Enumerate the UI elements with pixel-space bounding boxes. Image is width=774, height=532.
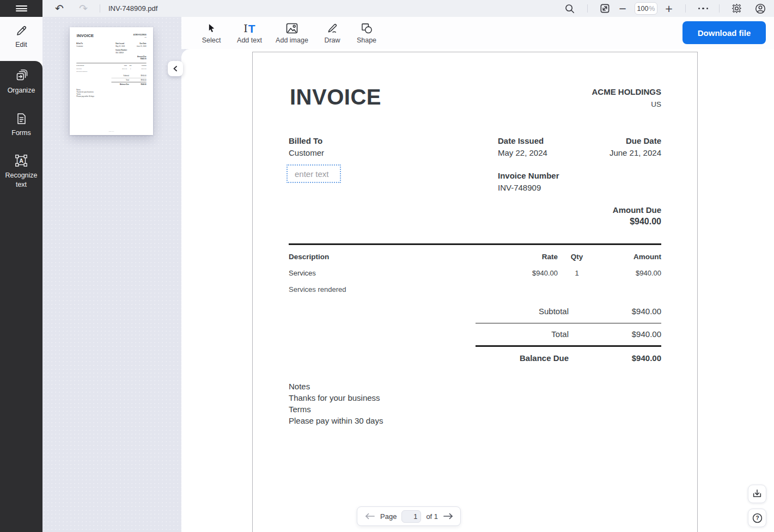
more-options-button[interactable] <box>695 0 711 17</box>
table-row: Services $940.00 1 $940.00 <box>289 269 661 277</box>
help-button[interactable]: ? <box>748 509 766 527</box>
add-text-icon: IT <box>243 22 255 34</box>
balance-due-value: $940.00 <box>136 83 147 85</box>
due-date-label: Due Date <box>626 136 661 145</box>
settings-button[interactable] <box>729 0 744 17</box>
zoom-in-button[interactable]: + <box>662 0 675 17</box>
subtotal-value: $940.00 <box>136 75 147 76</box>
account-button[interactable] <box>753 0 768 17</box>
invoice-title: INVOICE <box>290 85 381 109</box>
minus-icon: − <box>618 3 626 14</box>
amount-due-label: Amount Due <box>137 56 147 58</box>
subtotal-label: Subtotal <box>476 307 607 316</box>
total-value: $940.00 <box>607 329 661 339</box>
tool-add-image[interactable]: Add image <box>269 19 315 47</box>
subtotal-label: Subtotal <box>112 75 136 76</box>
divider <box>719 4 720 13</box>
page-number-input[interactable] <box>401 510 421 523</box>
redo-icon: ↷ <box>79 3 88 14</box>
billed-to-label: Billed To <box>289 136 322 145</box>
fit-page-button[interactable] <box>597 0 612 17</box>
previous-page-button[interactable] <box>364 513 375 519</box>
page-footer: Page 1 of 1 <box>70 131 153 132</box>
cell-amount: $940.00 <box>134 68 146 69</box>
tool-label: Draw <box>324 36 340 44</box>
date-issued-value: May 22, 2024 <box>498 148 547 157</box>
cell-rate: $940.00 <box>115 68 127 69</box>
tool-add-text[interactable]: IT Add text <box>230 19 269 47</box>
zoom-out-button[interactable]: − <box>616 0 629 17</box>
search-button[interactable] <box>562 0 577 17</box>
header-qty: Qty <box>558 253 596 261</box>
table-top-rule <box>76 63 146 64</box>
tool-label: Shape <box>357 36 376 44</box>
editor-toolbar: Select IT Add text Add image Draw <box>181 17 774 49</box>
ellipsis-icon <box>698 8 700 10</box>
cell-qty: 1 <box>127 68 134 69</box>
total-value: $940.00 <box>136 79 147 81</box>
cell-description: Services <box>289 269 492 277</box>
cursor-icon <box>205 22 217 34</box>
invoice-number-value: INV-748909 <box>115 52 124 53</box>
table-top-rule <box>289 243 661 245</box>
sidebar-item-edit[interactable]: Edit <box>0 17 42 61</box>
chevron-left-icon <box>172 65 179 72</box>
due-date-value: June 21, 2024 <box>137 45 147 47</box>
tool-select[interactable]: Select <box>192 19 230 47</box>
add-text-placeholder: enter text <box>295 169 329 179</box>
due-date-label: Due Date <box>139 43 146 45</box>
amount-due-value: $940.00 <box>630 217 661 227</box>
redo-button[interactable]: ↷ <box>76 0 90 17</box>
terms-label: Terms <box>76 93 81 95</box>
sidebar-item-organize[interactable]: Organize <box>0 69 42 95</box>
company-name: ACME HOLDINGS <box>592 87 662 96</box>
sidebar-item-recognize-text[interactable]: A Recognize text <box>0 154 42 189</box>
divider <box>100 4 100 13</box>
page-count-label: of 1 <box>426 512 438 521</box>
balance-due-row: Balance Due $940.00 <box>476 353 661 363</box>
next-page-button[interactable] <box>443 513 454 519</box>
notes-label: Notes <box>289 382 310 391</box>
undo-button[interactable]: ↶ <box>52 0 66 17</box>
header-rate: Rate <box>492 253 558 261</box>
file-name: INV-748909.pdf <box>108 0 157 17</box>
add-text-box[interactable]: enter text <box>287 164 341 183</box>
tool-draw[interactable]: Draw <box>315 19 349 47</box>
tool-shape[interactable]: Shape <box>349 19 384 47</box>
collapse-panel-button[interactable] <box>168 61 183 76</box>
arrow-left-icon <box>364 513 375 519</box>
header-description: Description <box>289 253 492 261</box>
download-file-button[interactable]: Download file <box>682 21 766 44</box>
date-issued-value: May 22, 2024 <box>115 45 125 47</box>
header-amount: Amount <box>134 65 146 66</box>
document-page: INVOICE ACME HOLDINGS US Billed To Custo… <box>252 52 698 532</box>
billed-to-value: Customer <box>76 45 83 47</box>
document-page: INVOICE ACME HOLDINGS US Billed To Custo… <box>70 27 153 135</box>
tool-label: Add text <box>237 36 262 44</box>
table-header-row: Description Rate Qty Amount <box>76 65 146 66</box>
total-row: Total $940.00 <box>112 79 147 81</box>
header-rate: Rate <box>115 65 127 66</box>
invoice-number-value: INV-748909 <box>498 183 541 192</box>
gear-icon <box>731 3 742 14</box>
amount-due-value: $940.00 <box>141 58 147 59</box>
arrow-right-icon <box>443 513 454 519</box>
page-label: Page <box>380 512 397 521</box>
zoom-level-field[interactable]: 100 % <box>635 2 657 15</box>
sidebar-item-forms[interactable]: Forms <box>0 112 42 138</box>
organize-pages-icon <box>14 69 28 83</box>
sidebar-item-label: Organize <box>8 86 35 95</box>
add-image-icon <box>285 22 298 34</box>
page-thumbnail[interactable]: INVOICE ACME HOLDINGS US Billed To Custo… <box>70 27 153 135</box>
tool-label: Select <box>202 36 221 44</box>
terms-value: Please pay within 30 days <box>76 95 94 97</box>
cell-rate: $940.00 <box>492 269 558 277</box>
amount-due-label: Amount Due <box>613 205 661 215</box>
zoom-level-value: 100 <box>637 5 649 13</box>
hamburger-menu-button[interactable] <box>0 0 42 17</box>
cell-qty: 1 <box>558 269 596 277</box>
fit-page-icon <box>599 3 611 14</box>
total-label: Total <box>476 329 607 339</box>
date-issued-label: Date Issued <box>115 43 124 45</box>
quick-download-button[interactable] <box>748 485 766 503</box>
